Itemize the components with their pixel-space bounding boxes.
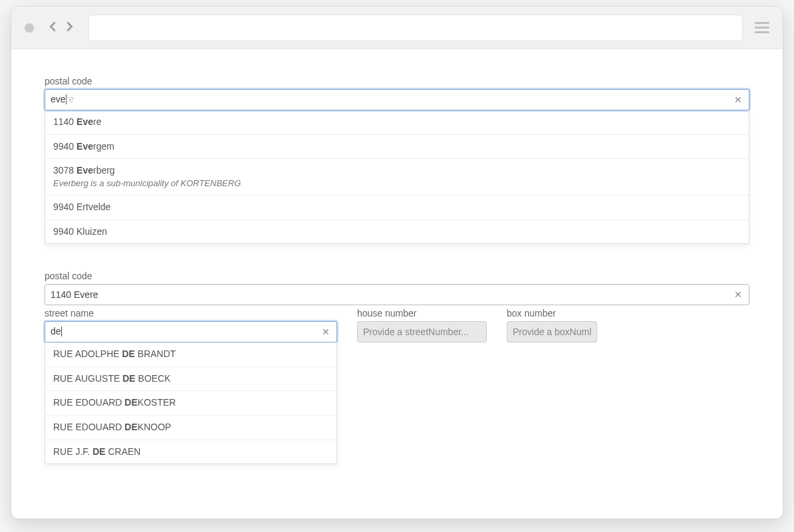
postal-code-label: postal code — [45, 76, 749, 86]
nav-arrows — [46, 19, 76, 37]
address-group: postal code ✕ street name de ✕ RUE ADO — [45, 271, 749, 342]
postal-code-group-1: postal code evere ✕ 1140 Evere9940 Everg… — [45, 76, 749, 244]
box-input: Provide a boxNuml — [507, 321, 597, 342]
postal-code-input-2[interactable] — [45, 285, 730, 305]
box-col: box number Provide a boxNuml — [507, 308, 597, 342]
clear-icon[interactable]: ✕ — [730, 287, 746, 303]
street-label: street name — [45, 308, 337, 319]
postal-code-input-wrap[interactable]: evere ✕ — [45, 89, 749, 110]
postal-code-input[interactable] — [45, 90, 730, 110]
street-input-wrap[interactable]: de ✕ — [45, 321, 337, 342]
postal-code-label-2: postal code — [45, 271, 749, 281]
street-input[interactable] — [45, 322, 318, 342]
back-icon[interactable] — [46, 19, 61, 37]
clear-icon[interactable]: ✕ — [318, 324, 334, 340]
clear-icon[interactable]: ✕ — [730, 92, 746, 108]
suggestion-item[interactable]: 9940 Evergem — [45, 135, 749, 160]
box-label: box number — [507, 308, 597, 319]
house-input: Provide a streetNumber... — [357, 321, 487, 342]
suggestion-item[interactable]: RUE AUGUSTE DE BOECK — [45, 367, 336, 392]
house-label: house number — [357, 308, 487, 319]
suggestion-item[interactable]: RUE EDOUARD DEKNOOP — [45, 416, 336, 440]
street-col: street name de ✕ RUE ADOLPHE DE BRANDTRU… — [45, 308, 337, 342]
url-bar[interactable] — [88, 15, 743, 41]
suggestion-item[interactable]: 3078 EverbergEverberg is a sub-municipal… — [45, 159, 749, 196]
browser-window: postal code evere ✕ 1140 Evere9940 Everg… — [11, 7, 783, 519]
suggestion-item[interactable]: RUE J.F. DE CRAEN — [45, 440, 336, 464]
page-content: postal code evere ✕ 1140 Evere9940 Everg… — [11, 49, 783, 396]
window-control-dot[interactable] — [25, 23, 34, 33]
suggestion-item[interactable]: 9940 Kluizen — [45, 220, 749, 244]
street-dropdown: RUE ADOLPHE DE BRANDTRUE AUGUSTE DE BOEC… — [45, 342, 337, 464]
suggestion-item[interactable]: 1140 Evere — [45, 110, 749, 135]
forward-icon[interactable] — [62, 19, 76, 37]
suggestion-item[interactable]: RUE ADOLPHE DE BRANDT — [45, 342, 336, 367]
titlebar — [11, 7, 783, 49]
house-col: house number Provide a streetNumber... — [357, 308, 487, 342]
suggestion-item[interactable]: 9940 Ertvelde — [45, 196, 749, 220]
postal-code-input-wrap-2[interactable]: ✕ — [45, 284, 749, 305]
suggestion-item[interactable]: RUE EDOUARD DEKOSTER — [45, 391, 336, 416]
postal-code-dropdown: 1140 Evere9940 Evergem3078 EverbergEverb… — [45, 110, 749, 244]
menu-icon[interactable] — [755, 22, 769, 33]
address-row: street name de ✕ RUE ADOLPHE DE BRANDTRU… — [45, 308, 749, 342]
